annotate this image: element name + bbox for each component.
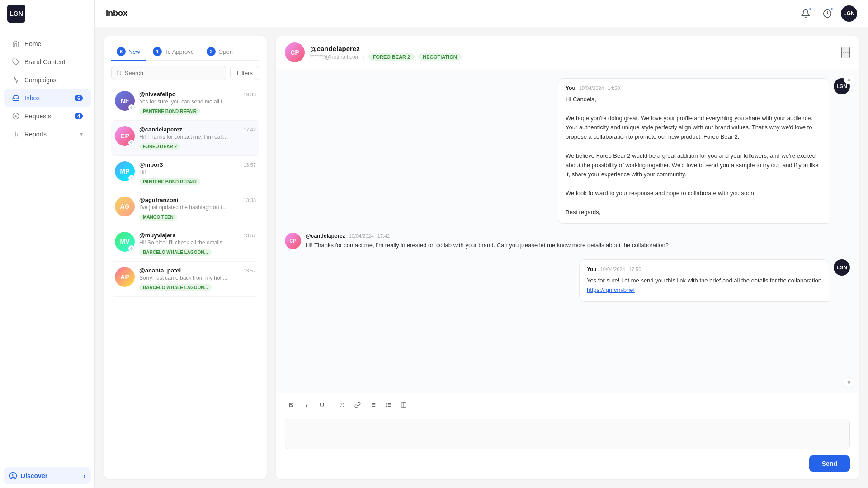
conv-tag: BARCELO WHALE LAGOON...	[139, 249, 212, 256]
conv-body: @ananta_patel 13:57 Sorry! just came bac…	[139, 267, 256, 291]
conv-avatar-container: CP ✈	[115, 126, 135, 146]
message-item: You 10/04/2024 17:50 Yes for sure! Let m…	[285, 259, 850, 302]
message-date: 10/04/2024	[579, 85, 604, 91]
conv-tag: BARCELO WHALE LAGOON...	[139, 284, 212, 291]
sidebar-item-campaigns[interactable]: Campaigns	[4, 71, 91, 89]
sidebar-item-reports-label: Reports	[24, 131, 47, 138]
send-icon: ✈	[128, 104, 135, 111]
chat-editor: B I U ☺	[276, 393, 859, 479]
inbox-icon	[12, 94, 20, 102]
tab-open[interactable]: 2 Open	[201, 43, 238, 61]
conv-avatar-container: NF ✈	[115, 91, 135, 111]
activity-button[interactable]	[819, 5, 835, 22]
message-date: 10/04/2024	[349, 233, 374, 239]
message-item: You 10/04/2024 14:50 Hi Candela, We hope…	[285, 78, 850, 224]
sidebar-item-brand-content[interactable]: Brand Content	[4, 53, 91, 70]
search-input[interactable]	[125, 70, 222, 76]
conv-preview: Hi! So nice! I'll check all the details.…	[139, 239, 230, 246]
message-date: 10/04/2024	[600, 267, 625, 272]
send-icon: ✈	[128, 175, 135, 181]
italic-button[interactable]: I	[300, 399, 313, 411]
conv-preview: Hi! Thanks for contact me, I'm really in…	[139, 134, 230, 140]
tag-icon	[12, 58, 20, 66]
scroll-down-arrow[interactable]: ▼	[844, 377, 854, 388]
message-bubble: You 10/04/2024 14:50 Hi Candela, We hope…	[558, 78, 829, 224]
tab-new-badge: 6	[117, 47, 126, 56]
inbox-panel: 6 New 1 To Approve 2 Open Filters	[104, 36, 267, 479]
conversation-item[interactable]: AP @ananta_patel 13:57 Sorry! just came …	[111, 262, 259, 297]
sidebar-logo: LGN	[0, 0, 94, 27]
avatar: AP	[115, 267, 135, 287]
chevron-down-icon: ▾	[80, 131, 83, 137]
discover-label: Discover	[21, 472, 47, 479]
sidebar-item-requests[interactable]: Requests 4	[4, 108, 91, 125]
message-meta: You 10/04/2024 17:50	[587, 266, 821, 272]
conv-header: @candelaperez 17:42	[139, 126, 256, 133]
search-row: Filters	[111, 66, 259, 80]
user-avatar-text: LGN	[843, 10, 854, 17]
chat-more-button[interactable]: ···	[841, 47, 850, 58]
tab-new[interactable]: 6 New	[111, 43, 146, 61]
message-link[interactable]: https://lgn.cm/brief	[587, 286, 635, 293]
sidebar-navigation: Home Brand Content Campaigns Inbox 6	[0, 27, 94, 464]
tab-to-approve[interactable]: 1 To Approve	[147, 43, 199, 61]
conversation-item[interactable]: NF ✈ @nivesfelipo 19:33 Yes for sure, yo…	[111, 85, 259, 121]
conv-preview: Hi!	[139, 169, 230, 175]
send-button[interactable]: Send	[809, 455, 850, 472]
file-icon	[12, 112, 20, 120]
sidebar-item-requests-label: Requests	[24, 113, 51, 120]
main-area: Inbox LGN 6 New	[95, 0, 868, 488]
message-editor[interactable]	[285, 419, 850, 449]
svg-point-8	[12, 474, 14, 476]
conv-time: 19:33	[243, 92, 256, 97]
message-item: CP @candelaperez 10/04/2024 17:42 Hi! Th…	[285, 233, 850, 250]
conv-tag: PANTENE BOND REPAIR	[139, 108, 200, 115]
emoji-button[interactable]: ☺	[336, 399, 349, 411]
sidebar-item-inbox-label: Inbox	[24, 94, 40, 102]
svg-line-11	[120, 74, 121, 75]
sidebar-item-reports[interactable]: Reports ▾	[4, 126, 91, 143]
discover-chevron-icon: ›	[83, 472, 85, 479]
list-unordered-button[interactable]	[367, 399, 379, 411]
chat-avatar: CP	[285, 42, 305, 62]
tab-new-label: New	[128, 48, 140, 55]
message-meta: You 10/04/2024 14:50	[566, 85, 821, 91]
conv-avatar-container: MP ✈	[115, 161, 135, 181]
sidebar-item-home[interactable]: Home	[4, 35, 91, 52]
scroll-up-arrow[interactable]: ▲	[844, 74, 854, 84]
sidebar-discover[interactable]: Discover ›	[4, 467, 91, 484]
conv-username: @agufranzoni	[139, 197, 178, 203]
chat-username: @candelaperez	[310, 45, 836, 52]
list-ordered-button[interactable]	[382, 399, 395, 411]
conv-avatar-container: AG	[115, 197, 135, 216]
sidebar-item-inbox[interactable]: Inbox 6	[4, 89, 91, 107]
page-title: Inbox	[106, 9, 792, 18]
activity-dot	[830, 7, 834, 11]
conv-preview: I've just updated the hashtagh on the po…	[139, 204, 230, 211]
link-button[interactable]	[351, 399, 364, 411]
notifications-button[interactable]	[797, 5, 814, 22]
conversation-item[interactable]: MV ✈ @muyviajera 13:57 Hi! So nice! I'll…	[111, 226, 259, 262]
columns-button[interactable]	[397, 399, 410, 411]
conv-username: @ananta_patel	[139, 267, 181, 274]
inbox-badge: 6	[75, 95, 83, 101]
conversation-item[interactable]: CP ✈ @candelaperez 17:42 Hi! Thanks for …	[111, 121, 259, 156]
filters-button[interactable]: Filters	[230, 66, 259, 80]
conv-username: @candelaperez	[139, 126, 182, 133]
conv-header: @muyviajera 13:57	[139, 232, 256, 239]
conv-body: @mpor3 13:57 Hi! PANTENE BOND REPAIR	[139, 161, 256, 185]
conversation-item[interactable]: MP ✈ @mpor3 13:57 Hi! PANTENE BOND REPAI…	[111, 156, 259, 191]
chat-panel: CP @candelaperez *******@hotmail.com | F…	[276, 36, 859, 479]
user-avatar[interactable]: LGN	[841, 5, 857, 22]
inbox-tabs: 6 New 1 To Approve 2 Open	[111, 43, 259, 61]
bold-button[interactable]: B	[285, 399, 297, 411]
underline-button[interactable]: U	[316, 399, 328, 411]
conv-time: 13:33	[243, 197, 256, 203]
editor-footer: Send	[285, 451, 850, 472]
conv-body: @agufranzoni 13:33 I've just updated the…	[139, 197, 256, 221]
home-icon	[12, 40, 20, 48]
conversation-item[interactable]: AG @agufranzoni 13:33 I've just updated …	[111, 191, 259, 226]
message-sender: You	[566, 85, 576, 91]
message-avatar: LGN	[834, 259, 850, 276]
conv-preview: Sorry! just came back from my holidays, …	[139, 275, 230, 281]
